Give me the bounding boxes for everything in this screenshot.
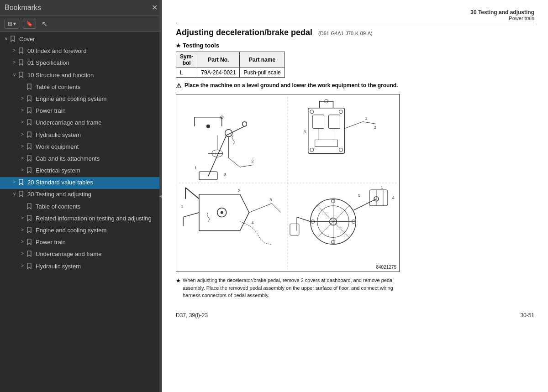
svg-text:2: 2	[374, 125, 376, 130]
svg-line-32	[185, 188, 199, 199]
add-bookmark-button[interactable]: 🔖	[23, 19, 36, 29]
sidebar-close-button[interactable]: ✕	[152, 4, 158, 11]
expand-arrow-icon: >	[18, 238, 26, 245]
testing-tools-label: Testing tools	[183, 42, 219, 49]
grid-icon: ⊞	[8, 21, 12, 27]
svg-line-23	[344, 122, 363, 129]
sidebar: Bookmarks ✕ ⊞ ▾ 🔖 ↖ ∨ Cover> 00 Index an…	[0, 0, 162, 392]
bookmark-icon	[18, 178, 26, 188]
bookmark-icon	[26, 107, 34, 116]
doc-header: 30 Testing and adjusting Power train	[176, 9, 534, 23]
sidebar-item-30-under[interactable]: > Undercarriage and frame	[0, 249, 162, 261]
sidebar-item-label: Cab and its attachments	[36, 155, 160, 163]
expand-arrow-icon	[18, 203, 26, 203]
main-content: 30 Testing and adjusting Power train Adj…	[162, 0, 548, 392]
sidebar-item-label: Electrical system	[36, 167, 160, 175]
svg-text:4: 4	[251, 220, 253, 225]
sidebar-item-label: Table of contents	[36, 83, 160, 91]
svg-rect-18	[329, 115, 340, 129]
svg-text:5: 5	[358, 193, 360, 198]
sidebar-item-30-power[interactable]: > Power train	[0, 237, 162, 249]
expand-arrow-icon: >	[18, 131, 26, 138]
svg-text:1: 1	[365, 116, 367, 120]
bookmark-icon	[26, 119, 34, 128]
sidebar-item-cover[interactable]: ∨ Cover	[0, 34, 162, 46]
footer-left: D37, 39(l)-23	[176, 312, 208, 319]
sidebar-item-10-power[interactable]: > Power train	[0, 105, 162, 117]
bookmark-icon	[26, 167, 34, 176]
table-cell: L	[176, 68, 197, 78]
sidebar-item-30-engine[interactable]: > Engine and cooling system	[0, 225, 162, 237]
svg-point-37	[221, 211, 223, 214]
testing-tools-heading: ★ Testing tools	[176, 42, 534, 49]
bookmark-icon	[26, 155, 34, 164]
svg-line-6	[229, 158, 240, 167]
bookmark-icon	[26, 262, 34, 272]
dropdown-arrow-icon: ▾	[13, 21, 16, 27]
sidebar-item-label: 10 Structure and function	[27, 71, 160, 79]
diagram-label: 84021275	[376, 265, 397, 270]
svg-line-35	[272, 204, 281, 213]
sidebar-item-30-related[interactable]: > Related information on testing and adj…	[0, 213, 162, 225]
sidebar-title: Bookmarks	[5, 4, 41, 12]
note-text: When adjusting the decelerator/brake ped…	[183, 277, 400, 299]
bookmark-icon	[26, 238, 34, 247]
expand-arrow-icon: >	[18, 262, 26, 269]
tools-table: Sym-bol Part No. Part name L79A-264-0021…	[176, 52, 285, 78]
note-star-icon: ★	[176, 277, 181, 285]
svg-point-14	[206, 125, 210, 128]
bookmark-icon	[26, 95, 34, 104]
sidebar-item-10-engine[interactable]: > Engine and cooling system	[0, 94, 162, 105]
col-header-partno: Part No.	[197, 52, 240, 68]
header-sub-title: Power train	[176, 16, 534, 21]
bookmark-icon	[10, 35, 17, 44]
svg-line-42	[183, 213, 199, 217]
svg-text:3: 3	[224, 172, 227, 177]
bookmark-icon	[26, 83, 34, 92]
expand-arrow-icon: >	[18, 214, 26, 221]
svg-text:3: 3	[304, 130, 306, 134]
sidebar-item-label: 20 Standard value tables	[27, 178, 160, 187]
sidebar-item-10-hydraulic[interactable]: > Hydraulic system	[0, 130, 162, 141]
expand-arrow-icon: >	[18, 167, 26, 173]
svg-text:2: 2	[238, 188, 240, 193]
expand-arrow-icon: ∨	[2, 35, 10, 42]
page-title-text: Adjusting deceleration/brake pedal	[176, 28, 312, 37]
header-section-title: 30 Testing and adjusting	[176, 9, 534, 16]
footer-right: 30-51	[520, 312, 534, 319]
sidebar-item-label: Power train	[36, 238, 160, 246]
svg-point-4	[242, 122, 247, 126]
sidebar-item-30-toc[interactable]: Table of contents	[0, 201, 162, 213]
sidebar-item-10-electrical[interactable]: > Electrical system	[0, 165, 162, 177]
svg-text:3: 3	[269, 198, 272, 202]
expand-arrow-icon: >	[18, 107, 26, 114]
sidebar-item-10-structure[interactable]: ∨ 10 Structure and function	[0, 70, 162, 82]
sidebar-item-10-toc[interactable]: Table of contents	[0, 82, 162, 94]
col-header-symbol: Sym-bol	[176, 52, 197, 68]
svg-line-24	[363, 122, 376, 124]
svg-line-63	[297, 217, 311, 222]
view-options-button[interactable]: ⊞ ▾	[5, 19, 19, 29]
svg-point-19	[310, 110, 314, 114]
svg-text:1: 1	[381, 185, 383, 190]
sidebar-item-label: Hydraulic system	[36, 131, 160, 139]
col-header-partname: Part name	[240, 52, 285, 68]
sidebar-item-00-index[interactable]: > 00 Index and foreword	[0, 46, 162, 57]
table-row: L79A-264-0021Push-pull scale	[176, 68, 285, 78]
svg-point-22	[339, 148, 342, 152]
sidebar-item-10-work[interactable]: > Work equipment	[0, 141, 162, 153]
sidebar-item-30-hydraulic[interactable]: > Hydraulic system	[0, 261, 162, 273]
sidebar-item-10-cab[interactable]: > Cab and its attachments	[0, 153, 162, 165]
sidebar-item-30-testing[interactable]: ∨ 30 Testing and adjusting	[0, 189, 162, 201]
sidebar-item-label: Table of contents	[36, 203, 160, 211]
sidebar-item-10-under[interactable]: > Undercarriage and frame	[0, 117, 162, 129]
sidebar-item-label: Undercarriage and frame	[36, 119, 160, 127]
sidebar-item-01-spec[interactable]: > 01 Specification	[0, 57, 162, 69]
cursor-icon: ↖	[42, 20, 47, 28]
sidebar-item-20-standard[interactable]: > 20 Standard value tables	[0, 177, 162, 189]
expand-arrow-icon: >	[10, 47, 18, 54]
sidebar-item-label: Work equipment	[36, 143, 160, 151]
expand-arrow-icon: >	[18, 95, 26, 102]
svg-point-21	[310, 148, 314, 152]
svg-text:1: 1	[195, 166, 197, 170]
